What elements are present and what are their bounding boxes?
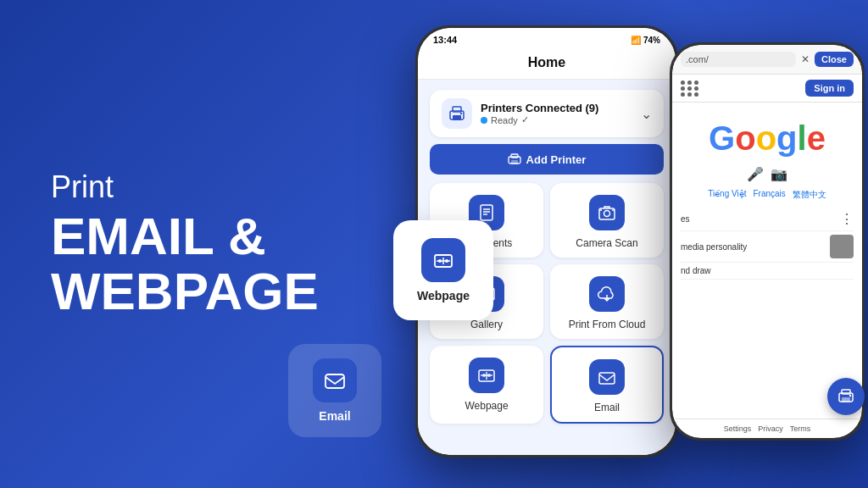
left-section: Print EMAIL &WEBPAGE <box>51 169 319 319</box>
apps-grid-icon[interactable] <box>681 80 699 97</box>
browser-phone: .com/ ✕ Close Sign in <box>670 42 868 449</box>
svg-rect-31 <box>842 397 850 402</box>
lang-chinese[interactable]: 繁體中文 <box>793 189 826 201</box>
gallery-label: Gallery <box>470 319 503 330</box>
status-dot <box>481 117 487 124</box>
wifi-icon: 📶 <box>631 36 641 45</box>
browser-content: Google 🎤 📷 Tiếng Việt Français 繁體中文 es ⋮ <box>672 103 862 419</box>
header-title: Home <box>528 55 565 69</box>
language-row: Tiếng Việt Français 繁體中文 <box>681 189 854 201</box>
svg-rect-11 <box>511 160 518 164</box>
footer-terms[interactable]: Terms <box>790 424 811 433</box>
cloud-download-icon <box>589 276 625 312</box>
grid-item-webpage[interactable]: Webpage <box>430 346 543 424</box>
svg-rect-13 <box>481 205 492 220</box>
news-thumbnail <box>830 235 854 258</box>
webpage-grid-icon <box>469 358 504 393</box>
footer-privacy[interactable]: Privacy <box>758 424 783 433</box>
browser-footer: Settings Privacy Terms <box>672 419 862 438</box>
signin-button[interactable]: Sign in <box>805 80 854 97</box>
battery-text: 74% <box>643 36 660 45</box>
svg-rect-0 <box>326 374 344 388</box>
status-icons: 📶 74% <box>631 36 660 45</box>
browser-x-icon[interactable]: ✕ <box>801 53 810 65</box>
print-fab-icon <box>837 387 855 406</box>
google-logo: Google <box>681 119 854 158</box>
print-from-cloud-label: Print From Cloud <box>569 319 646 330</box>
lang-french[interactable]: Français <box>754 189 786 201</box>
printer-status: Ready ✓ <box>481 114 632 125</box>
printer-name: Printers Connected (9) <box>481 102 632 114</box>
svg-rect-29 <box>599 373 615 384</box>
add-printer-label: Add Printer <box>526 153 587 166</box>
grid-item-email[interactable]: Email <box>550 346 664 424</box>
add-printer-button[interactable]: Add Printer <box>430 144 664 175</box>
news-item[interactable]: nd draw <box>681 263 854 280</box>
status-bar: 13:44 📶 74% <box>418 28 676 48</box>
webpage-card-label: Webpage <box>417 289 470 302</box>
print-fab-button[interactable] <box>827 378 865 415</box>
browser-bar: .com/ ✕ Close <box>672 45 862 75</box>
printer-icon-wrap <box>442 98 472 129</box>
svg-point-18 <box>604 211 610 217</box>
browser-screen: .com/ ✕ Close Sign in <box>672 45 862 438</box>
mic-icon[interactable]: 🎤 <box>747 166 764 182</box>
print-label: Print <box>51 169 319 205</box>
browser-toolbar: Sign in <box>672 75 862 103</box>
grid-item-camera-scan[interactable]: Camera Scan <box>550 183 664 258</box>
news-text: es <box>681 214 690 224</box>
svg-rect-12 <box>511 154 518 158</box>
printer-info: Printers Connected (9) Ready ✓ <box>481 102 632 125</box>
more-dots-icon[interactable]: ⋮ <box>840 211 854 227</box>
email-grid-label: Email <box>594 402 620 413</box>
webpage-float-icon <box>421 238 465 282</box>
news-text: nd draw <box>681 266 711 275</box>
email-card-label: Email <box>319 409 350 423</box>
status-text: Ready <box>491 115 518 125</box>
search-row: 🎤 📷 <box>681 166 854 182</box>
camera-search-icon[interactable]: 📷 <box>771 166 787 182</box>
svg-rect-7 <box>453 115 461 120</box>
news-item[interactable]: media personality <box>681 231 854 263</box>
svg-rect-32 <box>842 390 850 394</box>
email-float-icon <box>313 358 357 402</box>
webpage-card-float[interactable]: Webpage <box>393 220 493 320</box>
browser-url[interactable]: .com/ <box>681 52 796 67</box>
footer-settings[interactable]: Settings <box>724 424 752 433</box>
camera-scan-label: Camera Scan <box>576 237 637 249</box>
camera-scan-icon <box>589 195 625 230</box>
news-item[interactable]: es ⋮ <box>681 208 854 231</box>
chevron-down-icon[interactable]: ⌄ <box>641 106 652 122</box>
svg-point-33 <box>849 395 851 396</box>
email-webpage-headline: EMAIL &WEBPAGE <box>51 208 319 319</box>
time: 13:44 <box>433 35 457 45</box>
webpage-grid-label: Webpage <box>465 400 508 412</box>
news-text: media personality <box>681 242 747 252</box>
app-header: Home <box>418 48 676 80</box>
grid-item-print-from-cloud[interactable]: Print From Cloud <box>550 264 664 339</box>
checkmark-icon: ✓ <box>521 114 529 125</box>
news-list: es ⋮ media personality nd draw <box>681 208 854 280</box>
browser-close-button[interactable]: Close <box>815 52 854 67</box>
svg-point-9 <box>460 113 462 114</box>
email-card-float[interactable]: Email <box>288 344 381 437</box>
add-printer-icon <box>508 152 521 166</box>
email-grid-icon <box>589 359 625 395</box>
lang-viet[interactable]: Tiếng Việt <box>708 189 746 201</box>
printer-card[interactable]: Printers Connected (9) Ready ✓ ⌄ <box>430 90 664 137</box>
